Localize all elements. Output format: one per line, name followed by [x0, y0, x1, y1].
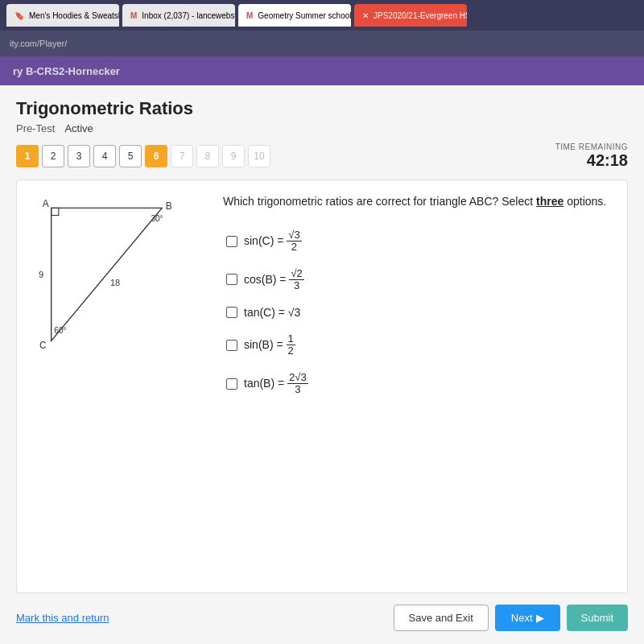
- mail-icon-2: M: [246, 11, 253, 20]
- svg-text:A: A: [43, 198, 49, 209]
- checkbox-5[interactable]: [226, 378, 237, 390]
- option-2[interactable]: cos(B) = √23: [223, 262, 614, 299]
- nav-btn-10[interactable]: 10: [248, 145, 270, 167]
- submit-button[interactable]: Submit: [567, 605, 628, 631]
- svg-text:18: 18: [110, 278, 120, 287]
- time-value: 42:18: [555, 151, 628, 170]
- question-text: Which trigonometric ratios are correct f…: [223, 193, 614, 210]
- nav-btn-9[interactable]: 9: [222, 145, 245, 167]
- save-exit-button[interactable]: Save and Exit: [394, 605, 489, 631]
- option-3[interactable]: tan(C) = √3: [223, 299, 614, 325]
- close-icon: ✕: [362, 11, 369, 20]
- nav-btn-7[interactable]: 7: [171, 145, 193, 167]
- option-5-label: tan(B) = 2√33: [244, 372, 308, 396]
- triangle-svg: A B C 30° 60° 9 18: [30, 193, 191, 370]
- option-5[interactable]: tan(B) = 2√33: [223, 365, 614, 402]
- question-nav: 1 2 3 4 5 6 7 8 9 10 TIME REMAINING 42:1…: [16, 142, 628, 170]
- pretest-label: Pre-Test: [16, 122, 55, 134]
- nav-btn-3[interactable]: 3: [68, 145, 90, 167]
- tab-hoodies[interactable]: 🔖 Men's Hoodies & Sweatshirts ✕: [6, 4, 119, 27]
- tab-inbox[interactable]: M Inbox (2,037) - lancewebster ✕: [122, 4, 235, 27]
- triangle-area: A B C 30° 60° 9 18: [30, 193, 207, 580]
- page-title: Trigonometric Ratios: [16, 98, 628, 119]
- tab-geometry[interactable]: M Geometry Summer school ge ✕: [238, 4, 351, 27]
- option-1[interactable]: sin(C) = √32: [223, 223, 614, 260]
- active-label: Active: [64, 122, 93, 134]
- option-1-label: sin(C) = √32: [244, 229, 302, 254]
- bottom-bar: Mark this and return Save and Exit Next …: [16, 601, 628, 634]
- nav-btn-4[interactable]: 4: [93, 145, 116, 167]
- svg-rect-1: [52, 208, 59, 215]
- svg-text:C: C: [39, 340, 47, 351]
- nav-btn-1[interactable]: 1: [16, 145, 39, 167]
- subtitle-row: Pre-Test Active: [16, 122, 628, 134]
- svg-text:30°: 30°: [151, 214, 163, 223]
- svg-marker-0: [52, 208, 163, 341]
- nav-btn-6[interactable]: 6: [145, 145, 167, 167]
- browser-tabs: 🔖 Men's Hoodies & Sweatshirts ✕ M Inbox …: [0, 0, 644, 31]
- url-bar[interactable]: ity.com/Player/: [0, 31, 644, 56]
- option-2-label: cos(B) = √23: [244, 268, 304, 292]
- mark-return-link[interactable]: Mark this and return: [16, 612, 109, 624]
- next-arrow-icon: ▶: [536, 612, 544, 624]
- next-button[interactable]: Next ▶: [495, 605, 560, 631]
- nav-btn-8[interactable]: 8: [196, 145, 219, 167]
- option-4-label: sin(B) = 12: [244, 333, 295, 357]
- app-header: ry B-CRS2-Hornecker: [0, 56, 644, 85]
- tab-jps[interactable]: ✕ JPS2020/21-Evergreen HS-G: [354, 4, 467, 27]
- question-area: A B C 30° 60° 9 18 Which trigonometric r…: [16, 180, 628, 593]
- checkbox-3[interactable]: [226, 307, 237, 318]
- option-3-label: tan(C) = √3: [244, 306, 300, 319]
- bottom-buttons: Save and Exit Next ▶ Submit: [394, 605, 628, 631]
- answer-area: Which trigonometric ratios are correct f…: [223, 193, 614, 580]
- checkbox-4[interactable]: [226, 340, 237, 351]
- nav-btn-2[interactable]: 2: [42, 145, 64, 167]
- option-4[interactable]: sin(B) = 12: [223, 327, 614, 364]
- time-remaining: TIME REMAINING 42:18: [555, 142, 628, 170]
- svg-text:60°: 60°: [54, 326, 66, 335]
- mail-icon: M: [130, 11, 137, 20]
- checkbox-1[interactable]: [226, 236, 237, 247]
- svg-text:9: 9: [39, 270, 43, 279]
- checkbox-2[interactable]: [226, 274, 237, 285]
- svg-text:B: B: [166, 200, 172, 212]
- nav-buttons: 1 2 3 4 5 6 7 8 9 10: [16, 145, 270, 167]
- main-content: Trigonometric Ratios Pre-Test Active 1 2…: [0, 85, 644, 644]
- bookmark-icon: 🔖: [14, 11, 24, 20]
- nav-btn-5[interactable]: 5: [119, 145, 142, 167]
